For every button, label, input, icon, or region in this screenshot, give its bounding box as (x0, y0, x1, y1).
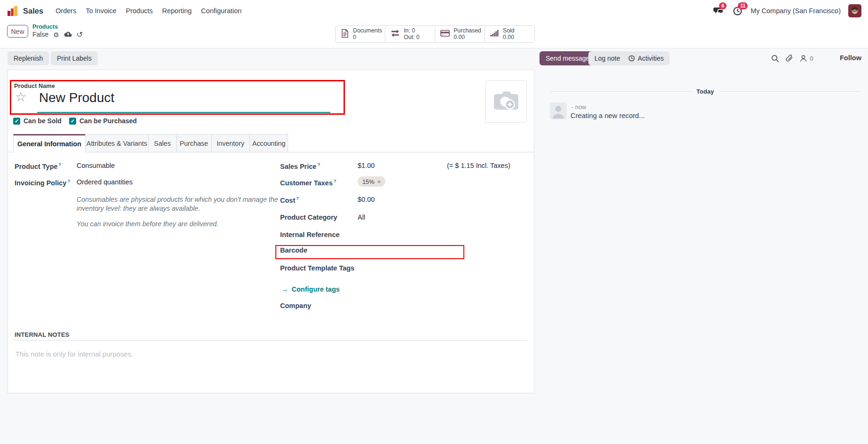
product-category-value[interactable]: All (358, 214, 365, 221)
message-text: Creating a new record... (571, 112, 645, 119)
barcode-label: Barcode (280, 246, 307, 254)
product-category-label: Product Category (280, 214, 337, 221)
gear-icon[interactable]: ⚙ (53, 32, 59, 38)
nav-item-configuration[interactable]: Configuration (196, 7, 246, 15)
stat-label: Sold (503, 28, 515, 34)
can-be-sold-checkbox[interactable]: ✓ Can be Sold (13, 117, 62, 125)
cost-value[interactable]: $0.00 (358, 196, 375, 203)
help-icon: ? (67, 178, 70, 183)
tab-attributes-variants[interactable]: Attributes & Variants (85, 134, 149, 152)
can-be-purchased-checkbox[interactable]: ✓ Can be Purchased (69, 117, 137, 125)
sales-price-value[interactable]: $1.00 (358, 162, 375, 169)
messages-icon[interactable]: 6 (713, 5, 724, 16)
product-form: Product Name ☆ New Product ✓ Can be Sold… (8, 70, 534, 393)
cloud-save-icon[interactable] (64, 31, 72, 38)
tab-accounting[interactable]: Accounting (250, 134, 288, 152)
stat-button-documents[interactable]: Documents 0 (336, 26, 385, 42)
stat-button-purchased[interactable]: Purchased 0.00 (435, 26, 485, 42)
new-button[interactable]: New (7, 25, 28, 38)
tax-tag-remove-icon[interactable]: × (377, 178, 381, 185)
customer-taxes-label: Customer Taxes? (280, 178, 336, 187)
breadcrumb-products-link[interactable]: Products (32, 24, 83, 30)
help-icon: ? (334, 178, 336, 183)
nav-item-products[interactable]: Products (121, 7, 157, 15)
clock-icon (628, 55, 635, 62)
activities-button[interactable]: Activities (622, 51, 670, 65)
camera-plus-icon (493, 89, 520, 114)
nav-item-to-invoice[interactable]: To Invoice (81, 7, 121, 15)
tab-sales[interactable]: Sales (148, 134, 177, 152)
tax-included-note: (= $ 1.15 Incl. Taxes) (447, 162, 510, 169)
help-icon: ? (317, 162, 320, 167)
invoicing-policy-label: Invoicing Policy? (15, 178, 70, 187)
nav-item-orders[interactable]: Orders (51, 7, 81, 15)
form-tabs: General Information Attributes & Variant… (13, 134, 288, 152)
product-name-input[interactable]: New Product (39, 90, 114, 106)
internal-notes-title: INTERNAL NOTES (15, 331, 70, 338)
app-name[interactable]: Sales (23, 7, 43, 16)
messages-badge: 6 (719, 2, 727, 9)
tax-tag[interactable]: 15% × (358, 176, 385, 187)
chatter-date-divider: Today (540, 88, 860, 95)
arrow-right-icon: → (282, 285, 289, 293)
tab-purchase[interactable]: Purchase (176, 134, 211, 152)
message-timestamp: - now (571, 103, 586, 111)
internal-notes-input[interactable]: This note is only for internal purposes. (16, 350, 133, 358)
stat-label: Purchased (454, 28, 481, 34)
tab-general-information[interactable]: General Information (13, 134, 86, 152)
checkbox-checked-icon: ✓ (13, 118, 20, 125)
favorite-star-icon[interactable]: ☆ (15, 90, 26, 104)
configure-tags-label: Configure tags (292, 285, 340, 293)
product-template-tags-label: Product Template Tags (280, 264, 354, 272)
followers-icon[interactable] (799, 55, 807, 63)
activities-button-label: Activities (638, 55, 664, 62)
sales-price-label: Sales Price? (280, 162, 320, 170)
nav-item-reporting[interactable]: Reporting (157, 7, 196, 15)
product-type-label: Product Type? (15, 162, 61, 170)
stat-button-in-out[interactable]: In: 0 Out: 0 (385, 26, 435, 42)
follow-button[interactable]: Follow (840, 54, 861, 62)
document-icon (341, 29, 349, 40)
invoicing-policy-value[interactable]: Ordered quantities (77, 178, 133, 186)
company-switcher[interactable]: My Company (San Francisco) (751, 7, 841, 15)
chatter-tools: 0 (771, 53, 813, 64)
product-image-upload[interactable] (485, 80, 527, 123)
send-message-button[interactable]: Send message (540, 51, 595, 65)
discard-undo-icon[interactable]: ↺ (77, 32, 83, 38)
search-message-icon[interactable] (771, 55, 779, 63)
message-avatar (550, 103, 567, 119)
transfer-arrows-icon (391, 29, 400, 40)
stat-buttons: Documents 0 In: 0 Out: 0 (335, 25, 535, 43)
stat-value: 0 (353, 34, 382, 41)
product-type-value[interactable]: Consumable (77, 162, 115, 169)
log-note-button[interactable]: Log note (588, 51, 626, 65)
sales-app-icon[interactable] (7, 5, 19, 17)
can-be-sold-label: Can be Sold (23, 117, 62, 125)
date-divider-label: Today (696, 88, 714, 95)
configure-tags-link[interactable]: → Configure tags (282, 285, 340, 293)
help-icon: ? (59, 162, 62, 167)
breadcrumb: New Products False ⚙ ↺ (7, 24, 83, 39)
replenish-button[interactable]: Replenish (8, 51, 49, 65)
help-icon: ? (296, 196, 299, 201)
stat-value: Out: 0 (404, 34, 420, 41)
tax-tag-label: 15% (362, 178, 375, 185)
stat-label: Documents (353, 28, 382, 34)
systray: 6 11 My Company (San Francisco) (713, 4, 861, 17)
activities-clock-icon[interactable]: 11 (732, 5, 743, 16)
user-avatar[interactable] (848, 4, 861, 17)
stat-value: 0.00 (503, 34, 515, 41)
company-label: Company (280, 302, 311, 309)
bar-chart-icon (490, 29, 499, 39)
tab-inventory[interactable]: Inventory (211, 134, 250, 152)
product-name-label: Product Name (14, 82, 55, 89)
print-labels-button[interactable]: Print Labels (51, 51, 98, 65)
attachment-paperclip-icon[interactable] (785, 55, 793, 63)
invoice-help-note: You can invoice them before they are del… (77, 220, 282, 229)
followers-count: 0 (810, 55, 813, 62)
stat-value: 0.00 (454, 34, 481, 41)
breadcrumb-current: False (32, 31, 48, 39)
input-focus-underline (37, 112, 330, 113)
stat-button-sold[interactable]: Sold 0.00 (485, 26, 534, 42)
activities-badge: 11 (738, 2, 748, 9)
